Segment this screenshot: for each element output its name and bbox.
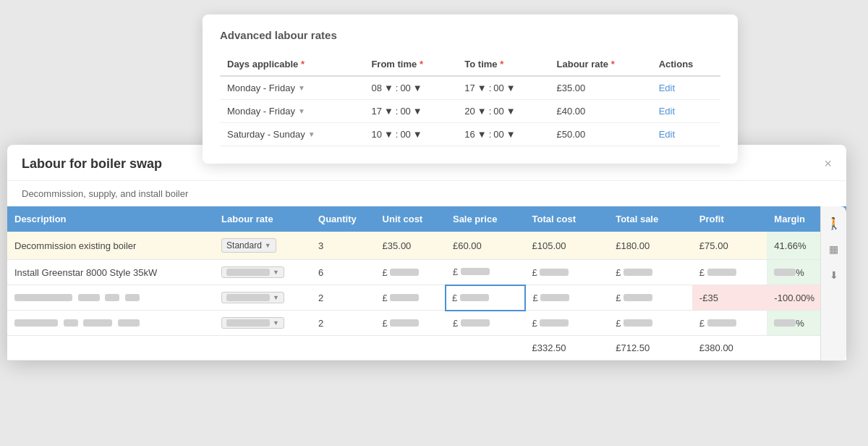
chevron-down-icon: ▼ — [477, 129, 487, 140]
download-icon[interactable]: ⬇ — [825, 266, 843, 285]
chevron-down-icon: ▼ — [265, 242, 271, 249]
total-profit-value: £380.00 — [692, 336, 767, 361]
chevron-down-icon: ▼ — [413, 129, 422, 140]
person-icon[interactable]: 🚶 — [825, 214, 843, 232]
placeholder-bar — [774, 269, 796, 276]
edit-button-3[interactable]: Edit — [659, 129, 675, 140]
cell-total-cost: £ — [525, 311, 609, 336]
cell-sale-price-focused[interactable]: £ — [446, 285, 525, 311]
cell-total-cost: £105.00 — [525, 232, 609, 260]
close-button[interactable]: × — [824, 156, 832, 172]
chevron-down-icon: ▼ — [506, 129, 516, 140]
side-icons-panel: 🚶 ▦ ⬇ — [820, 206, 846, 361]
modal-subtitle: Decommission, supply, and install boiler — [7, 181, 846, 206]
chevron-down-icon: ▼ — [384, 106, 393, 117]
cell-unit-cost: £ — [375, 285, 446, 311]
header-total-sale: Total sale — [608, 206, 692, 232]
cell-labour-rate: ▼ — [214, 260, 311, 285]
placeholder-bar — [390, 294, 419, 301]
labour-rate-badge[interactable]: Standard ▼ — [221, 238, 276, 253]
table-row: ▼ 2 £ £ £ £ — [7, 311, 846, 336]
table-row: Install Greenstar 8000 Style 35kW ▼ 6 £ … — [7, 260, 846, 285]
placeholder-bar — [707, 319, 736, 327]
cell-quantity[interactable]: 2 — [311, 311, 375, 336]
adv-table-row: Saturday - Sunday ▼ 10 ▼ : 00 ▼ 16 ▼ — [220, 123, 720, 146]
total-sale-value: £712.50 — [608, 336, 692, 361]
header-description: Description — [7, 206, 214, 232]
chevron-down-icon: ▼ — [273, 294, 279, 301]
cell-quantity[interactable]: 3 — [311, 232, 375, 260]
cell-profit: £ — [692, 311, 767, 336]
cell-labour-rate: ▼ — [214, 285, 311, 311]
placeholder-bar — [624, 269, 652, 276]
header-profit: Profit — [692, 206, 767, 232]
days-select-1[interactable]: Monday - Friday ▼ — [227, 83, 305, 93]
edit-button-1[interactable]: Edit — [659, 83, 675, 93]
totals-row: £332.50 £712.50 £380.00 — [7, 336, 846, 361]
rate-2: £40.00 — [550, 100, 652, 123]
chevron-down-icon: ▼ — [384, 83, 393, 93]
cell-total-sale: £180.00 — [608, 232, 692, 260]
placeholder-bar — [624, 319, 652, 327]
chevron-down-icon: ▼ — [477, 83, 487, 93]
cell-total-sale: £ — [608, 260, 692, 285]
cell-sale-price[interactable]: £ — [446, 260, 525, 285]
placeholder-bar — [540, 269, 569, 276]
days-select-2[interactable]: Monday - Friday ▼ — [227, 106, 305, 117]
placeholder-bar — [461, 268, 490, 275]
labour-table: Description Labour rate Quantity Unit co… — [7, 206, 846, 361]
labour-rate-badge[interactable]: ▼ — [221, 266, 284, 278]
to-time-2: 20 ▼ : 00 ▼ — [464, 106, 542, 117]
cell-labour-rate: ▼ — [214, 311, 311, 336]
placeholder-bar — [78, 294, 100, 301]
to-time-1: 17 ▼ : 00 ▼ — [464, 83, 542, 93]
table-icon[interactable]: ▦ — [825, 240, 843, 258]
chevron-down-icon: ▼ — [477, 106, 487, 117]
cell-description: Decommission existing boiler — [7, 232, 214, 260]
adv-header-to: To time * — [457, 53, 549, 76]
cell-sale-price[interactable]: £60.00 — [446, 232, 525, 260]
adv-header-rate: Labour rate * — [550, 53, 652, 76]
labour-rate-badge[interactable]: ▼ — [221, 317, 284, 329]
table-row: ▼ 2 £ £ £ £ -£35 — [7, 285, 846, 311]
chevron-down-icon: ▼ — [298, 84, 305, 92]
cell-profit: £75.00 — [692, 232, 767, 260]
chevron-down-icon: ▼ — [273, 319, 279, 327]
cell-quantity[interactable]: 6 — [311, 260, 375, 285]
adv-table-row: Monday - Friday ▼ 17 ▼ : 00 ▼ 20 ▼ — [220, 100, 720, 123]
placeholder-bar — [707, 269, 736, 276]
days-select-3[interactable]: Saturday - Sunday ▼ — [227, 129, 315, 140]
chevron-down-icon: ▼ — [298, 107, 305, 115]
total-cost-value: £332.50 — [525, 336, 609, 361]
to-time-3: 16 ▼ : 00 ▼ — [464, 129, 542, 140]
cell-profit: £ — [692, 260, 767, 285]
header-sale-price: Sale price — [446, 206, 525, 232]
table-container: Description Labour rate Quantity Unit co… — [7, 206, 846, 361]
chevron-down-icon: ▼ — [413, 83, 422, 93]
cell-total-cost: £ — [525, 285, 609, 311]
cell-description — [7, 311, 214, 336]
header-unit-cost: Unit cost — [375, 206, 446, 232]
chevron-down-icon: ▼ — [384, 129, 393, 140]
chevron-down-icon: ▼ — [273, 269, 279, 276]
placeholder-bar — [105, 294, 119, 301]
modal-title: Labour for boiler swap — [22, 156, 162, 172]
placeholder-bar — [540, 319, 569, 327]
edit-button-2[interactable]: Edit — [659, 106, 675, 117]
cell-sale-price[interactable]: £ — [446, 311, 525, 336]
chevron-down-icon: ▼ — [506, 83, 516, 93]
placeholder-bar — [14, 319, 58, 327]
adv-header-days: Days applicable * — [220, 53, 364, 76]
adv-table-row: Monday - Friday ▼ 08 ▼ : 00 ▼ 17 ▼ — [220, 76, 720, 100]
cell-unit-cost: £ — [375, 260, 446, 285]
cell-quantity[interactable]: 2 — [311, 285, 375, 311]
adv-header-actions: Actions — [652, 53, 720, 76]
chevron-down-icon: ▼ — [413, 106, 422, 117]
placeholder-bar — [774, 319, 796, 327]
cell-total-sale: £ — [608, 311, 692, 336]
placeholder-bar — [118, 319, 140, 327]
placeholder-bar — [83, 319, 112, 327]
cell-description: Install Greenstar 8000 Style 35kW — [7, 260, 214, 285]
cell-description — [7, 285, 214, 311]
labour-rate-badge[interactable]: ▼ — [221, 292, 284, 303]
